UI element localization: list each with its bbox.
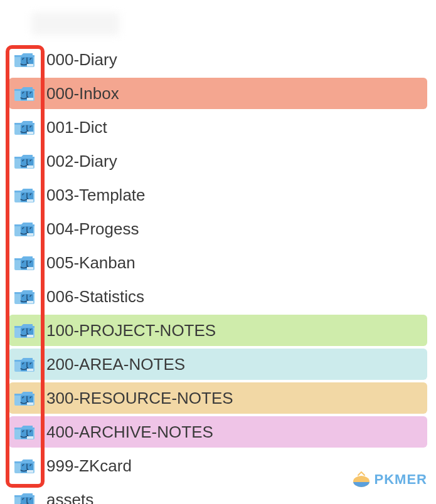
folder-item[interactable]: 300-RESOURCE-NOTES — [9, 382, 427, 414]
folder-item[interactable]: 000-Diary — [9, 44, 427, 75]
finder-folder-icon — [14, 491, 35, 504]
finder-folder-icon — [14, 322, 35, 339]
folder-item[interactable]: 100-PROJECT-NOTES — [9, 315, 427, 346]
finder-folder-icon — [14, 85, 35, 102]
folder-item[interactable]: 005-Kanban — [9, 247, 427, 278]
watermark: PKMER — [352, 471, 427, 488]
finder-folder-icon — [14, 255, 35, 271]
folder-item[interactable]: 001-Dict — [9, 112, 427, 143]
folder-item[interactable]: 003-Template — [9, 179, 427, 211]
folder-label: 005-Kanban — [46, 253, 136, 273]
finder-folder-icon — [14, 153, 35, 169]
folder-label: 200-AREA-NOTES — [46, 355, 185, 374]
folder-label: 006-Statistics — [46, 287, 144, 307]
folder-label: 000-Inbox — [46, 84, 119, 103]
folder-item[interactable]: 200-AREA-NOTES — [9, 349, 427, 380]
folder-label: 400-ARCHIVE-NOTES — [46, 423, 213, 442]
folder-item[interactable]: 400-ARCHIVE-NOTES — [9, 416, 427, 448]
folder-label: 001-Dict — [46, 118, 107, 137]
folder-item[interactable]: 002-Diary — [9, 145, 427, 177]
folder-item[interactable]: 000-Inbox — [9, 78, 427, 109]
finder-folder-icon — [14, 356, 35, 372]
finder-folder-icon — [14, 51, 35, 68]
finder-folder-icon — [14, 119, 35, 135]
watermark-text: PKMER — [375, 471, 427, 488]
finder-folder-icon — [14, 288, 35, 305]
folder-item[interactable]: 004-Progess — [9, 213, 427, 244]
folder-label: 300-RESOURCE-NOTES — [46, 389, 233, 408]
folder-label: assets — [46, 490, 93, 505]
finder-folder-icon — [14, 390, 35, 406]
folder-label: 100-PROJECT-NOTES — [46, 321, 216, 340]
finder-folder-icon — [14, 424, 35, 440]
folder-list: 000-Diary000-Inbox001-Dict002-Diary003-T… — [0, 41, 436, 504]
folder-label: 002-Diary — [46, 152, 117, 171]
folder-item[interactable]: 006-Statistics — [9, 281, 427, 312]
header-blur — [31, 13, 119, 35]
folder-label: 999-ZKcard — [46, 456, 132, 476]
folder-label: 000-Diary — [46, 50, 117, 70]
finder-folder-icon — [14, 458, 35, 474]
finder-folder-icon — [14, 187, 35, 203]
folder-label: 003-Template — [46, 186, 146, 205]
folder-label: 004-Progess — [46, 219, 139, 239]
pkmer-logo-icon — [352, 471, 371, 488]
finder-folder-icon — [14, 221, 35, 237]
